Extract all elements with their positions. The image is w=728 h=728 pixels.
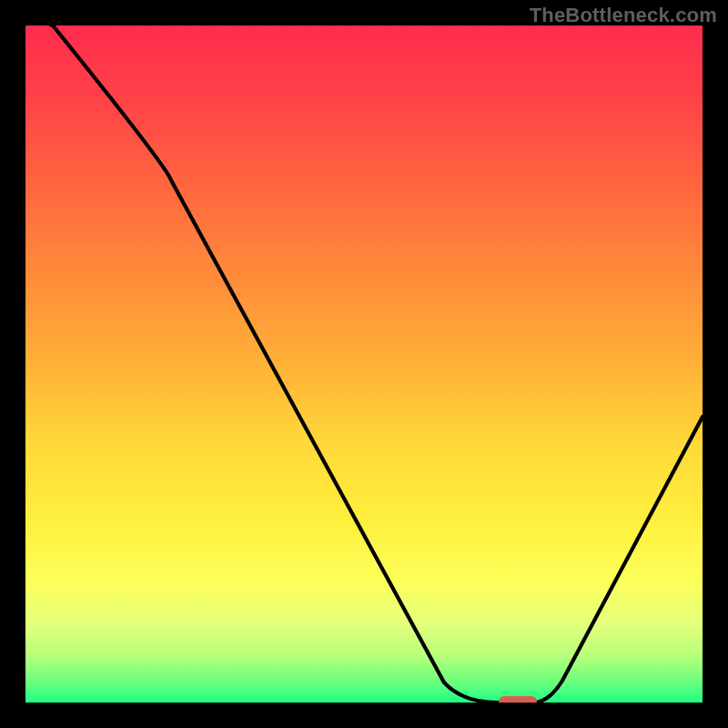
bottleneck-curve: [25, 25, 703, 703]
chart-frame: TheBottleneck.com: [0, 0, 728, 728]
plot-area: [25, 25, 703, 703]
watermark-text: TheBottleneck.com: [530, 4, 717, 27]
curve-path: [25, 25, 703, 703]
minimum-marker: [499, 696, 537, 703]
